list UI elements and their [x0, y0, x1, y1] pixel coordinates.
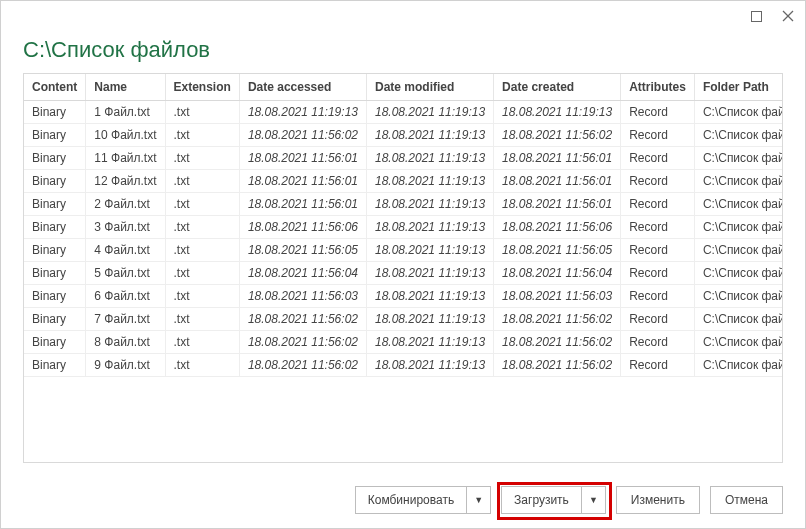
cell: 6 Файл.txt [86, 285, 165, 308]
table-row[interactable]: Binary7 Файл.txt.txt18.08.2021 11:56:021… [24, 308, 783, 331]
cell: .txt [165, 216, 239, 239]
cancel-button[interactable]: Отмена [710, 486, 783, 514]
cell: Binary [24, 170, 86, 193]
cell: 18.08.2021 11:56:04 [494, 262, 621, 285]
cell: 18.08.2021 11:19:13 [366, 308, 493, 331]
table-row[interactable]: Binary3 Файл.txt.txt18.08.2021 11:56:061… [24, 216, 783, 239]
table-row[interactable]: Binary9 Файл.txt.txt18.08.2021 11:56:021… [24, 354, 783, 377]
cell: Binary [24, 262, 86, 285]
cell: Binary [24, 354, 86, 377]
data-preview-table[interactable]: ContentNameExtensionDate accessedDate mo… [23, 73, 783, 463]
cell: C:\Список файлов\ [694, 262, 783, 285]
maximize-button[interactable] [747, 7, 765, 25]
svg-rect-0 [751, 11, 761, 21]
cell: 9 Файл.txt [86, 354, 165, 377]
cell: .txt [165, 239, 239, 262]
cell: 3 Файл.txt [86, 216, 165, 239]
maximize-icon [751, 11, 762, 22]
cell: Record [621, 147, 695, 170]
load-button[interactable]: Загрузить ▼ [501, 486, 606, 514]
cell: 18.08.2021 11:56:02 [494, 308, 621, 331]
cell: 18.08.2021 11:19:13 [366, 331, 493, 354]
column-header[interactable]: Extension [165, 74, 239, 101]
cell: 18.08.2021 11:56:02 [494, 124, 621, 147]
cell: .txt [165, 193, 239, 216]
cell: C:\Список файлов\ [694, 193, 783, 216]
close-button[interactable] [779, 7, 797, 25]
table-row[interactable]: Binary1 Файл.txt.txt18.08.2021 11:19:131… [24, 101, 783, 124]
cell: Record [621, 308, 695, 331]
cell: C:\Список файлов\ [694, 239, 783, 262]
column-header[interactable]: Content [24, 74, 86, 101]
cell: .txt [165, 354, 239, 377]
table-row[interactable]: Binary10 Файл.txt.txt18.08.2021 11:56:02… [24, 124, 783, 147]
combine-button[interactable]: Комбинировать ▼ [355, 486, 491, 514]
close-icon [782, 10, 794, 22]
table-row[interactable]: Binary5 Файл.txt.txt18.08.2021 11:56:041… [24, 262, 783, 285]
cell: 11 Файл.txt [86, 147, 165, 170]
cell: Binary [24, 308, 86, 331]
column-header[interactable]: Date accessed [239, 74, 366, 101]
cell: C:\Список файлов\ [694, 101, 783, 124]
cell: 18.08.2021 11:56:05 [239, 239, 366, 262]
edit-button[interactable]: Изменить [616, 486, 700, 514]
cell: 18.08.2021 11:19:13 [366, 147, 493, 170]
cell: 18.08.2021 11:56:02 [239, 354, 366, 377]
load-label: Загрузить [502, 493, 581, 507]
cell: C:\Список файлов\ [694, 216, 783, 239]
cell: .txt [165, 262, 239, 285]
cell: 18.08.2021 11:56:02 [494, 354, 621, 377]
edit-label: Изменить [617, 493, 699, 507]
cell: Record [621, 216, 695, 239]
cell: 18.08.2021 11:19:13 [366, 216, 493, 239]
cell: 18.08.2021 11:56:01 [494, 147, 621, 170]
cell: 18.08.2021 11:56:06 [494, 216, 621, 239]
cell: Binary [24, 193, 86, 216]
cell: Record [621, 239, 695, 262]
column-header[interactable]: Date modified [366, 74, 493, 101]
table-row[interactable]: Binary12 Файл.txt.txt18.08.2021 11:56:01… [24, 170, 783, 193]
table-row[interactable]: Binary2 Файл.txt.txt18.08.2021 11:56:011… [24, 193, 783, 216]
cell: 4 Файл.txt [86, 239, 165, 262]
cell: 18.08.2021 11:19:13 [366, 354, 493, 377]
cell: C:\Список файлов\ [694, 308, 783, 331]
cell: 18.08.2021 11:19:13 [366, 193, 493, 216]
chevron-down-icon[interactable]: ▼ [581, 487, 605, 513]
cell: .txt [165, 170, 239, 193]
cell: 18.08.2021 11:19:13 [366, 262, 493, 285]
cell: 18.08.2021 11:19:13 [494, 101, 621, 124]
cell: 18.08.2021 11:56:05 [494, 239, 621, 262]
cell: 18.08.2021 11:19:13 [366, 285, 493, 308]
cell: 8 Файл.txt [86, 331, 165, 354]
cell: .txt [165, 331, 239, 354]
cell: 18.08.2021 11:19:13 [366, 101, 493, 124]
cell: 18.08.2021 11:56:01 [494, 170, 621, 193]
table-row[interactable]: Binary4 Файл.txt.txt18.08.2021 11:56:051… [24, 239, 783, 262]
chevron-down-icon[interactable]: ▼ [466, 487, 490, 513]
cell: .txt [165, 285, 239, 308]
cell: Binary [24, 285, 86, 308]
cell: 18.08.2021 11:56:01 [239, 147, 366, 170]
column-header[interactable]: Folder Path [694, 74, 783, 101]
cell: Record [621, 354, 695, 377]
column-header[interactable]: Attributes [621, 74, 695, 101]
combine-label: Комбинировать [356, 493, 466, 507]
cell: Binary [24, 124, 86, 147]
table-row[interactable]: Binary11 Файл.txt.txt18.08.2021 11:56:01… [24, 147, 783, 170]
cell: Binary [24, 147, 86, 170]
cell: .txt [165, 308, 239, 331]
cell: C:\Список файлов\ [694, 354, 783, 377]
cell: 18.08.2021 11:56:03 [494, 285, 621, 308]
cell: Record [621, 331, 695, 354]
table-row[interactable]: Binary8 Файл.txt.txt18.08.2021 11:56:021… [24, 331, 783, 354]
cell: 18.08.2021 11:56:02 [239, 308, 366, 331]
cell: 18.08.2021 11:56:06 [239, 216, 366, 239]
cell: 18.08.2021 11:56:03 [239, 285, 366, 308]
cell: Record [621, 285, 695, 308]
cell: C:\Список файлов\ [694, 285, 783, 308]
column-header[interactable]: Name [86, 74, 165, 101]
cell: Record [621, 262, 695, 285]
cell: C:\Список файлов\ [694, 331, 783, 354]
table-row[interactable]: Binary6 Файл.txt.txt18.08.2021 11:56:031… [24, 285, 783, 308]
column-header[interactable]: Date created [494, 74, 621, 101]
